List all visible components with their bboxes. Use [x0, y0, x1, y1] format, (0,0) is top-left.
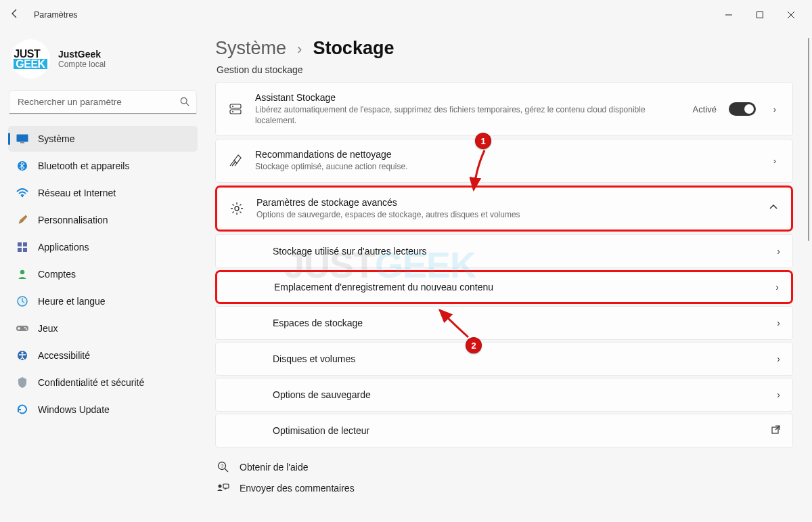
search-input[interactable] — [9, 91, 196, 114]
advanced-storage-card[interactable]: Paramètres de stockage avancés Options d… — [215, 186, 793, 232]
svg-point-20 — [232, 111, 233, 112]
nav-apps[interactable]: Applications — [8, 234, 198, 260]
maximize-button[interactable] — [744, 4, 775, 26]
avatar: JUST GEEK — [11, 39, 50, 79]
svg-rect-6 — [18, 242, 22, 246]
broom-icon — [228, 154, 243, 167]
nav-time-language[interactable]: Heure et langue — [8, 288, 198, 314]
nav-label: Réseau et Internet — [38, 188, 116, 198]
nav-label: Applications — [38, 242, 89, 253]
sub-disks-volumes[interactable]: Disques et volumes › — [215, 342, 793, 376]
chevron-right-icon: › — [777, 318, 780, 328]
sub-drive-optimization[interactable]: Optimisation de lecteur — [215, 414, 793, 448]
svg-point-16 — [21, 351, 23, 353]
nav-list: Système Bluetooth et appareils Réseau et… — [8, 126, 198, 422]
svg-rect-7 — [23, 242, 27, 246]
svg-point-19 — [232, 106, 233, 107]
storage-icon — [228, 102, 243, 116]
settings-window: Paramètres JUST GEEK — [0, 0, 812, 522]
sidebar: JUST GEEK JustGeek Compte local — [0, 30, 203, 522]
nav-label: Accessibilité — [38, 350, 90, 361]
clock-globe-icon — [16, 295, 28, 307]
svg-point-14 — [26, 328, 27, 330]
nav-personalization[interactable]: Personnalisation — [8, 207, 198, 233]
svg-rect-2 — [17, 135, 28, 142]
svg-text:?: ? — [221, 463, 224, 469]
back-button[interactable] — [5, 8, 24, 22]
chevron-right-icon: › — [777, 389, 780, 400]
nav-accessibility[interactable]: Accessibilité — [8, 343, 198, 368]
sub-backup-options[interactable]: Options de sauvegarde › — [215, 378, 793, 412]
search-icon — [180, 97, 189, 108]
titlebar: Paramètres — [0, 0, 812, 30]
subrow-label: Espaces de stockage — [273, 318, 363, 328]
nav-label: Windows Update — [38, 404, 110, 415]
link-label: Envoyer des commentaires — [240, 483, 355, 494]
gear-icon — [229, 202, 244, 215]
svg-rect-9 — [23, 248, 27, 252]
chevron-right-icon: › — [777, 353, 780, 364]
minimize-button[interactable] — [713, 4, 744, 26]
breadcrumb-parent[interactable]: Système — [215, 38, 286, 59]
svg-rect-8 — [18, 248, 22, 252]
nav-label: Jeux — [38, 323, 58, 334]
paintbrush-icon — [16, 214, 28, 226]
update-icon — [16, 404, 28, 416]
svg-point-10 — [20, 270, 24, 274]
svg-point-21 — [235, 206, 239, 211]
chevron-right-icon[interactable]: › — [768, 104, 782, 114]
chevron-right-icon[interactable]: › — [768, 156, 782, 166]
chevron-right-icon: › — [297, 41, 302, 58]
card-title: Recommandations de nettoyage — [255, 149, 756, 160]
storage-sense-card[interactable]: Assistant Stockage Libérez automatiqueme… — [215, 82, 793, 136]
card-title: Paramètres de stockage avancés — [256, 197, 754, 208]
nav-bluetooth[interactable]: Bluetooth et appareils — [8, 153, 198, 179]
nav-windows-update[interactable]: Windows Update — [8, 397, 198, 422]
main-content: Système › Stockage Gestion du stockage A… — [203, 30, 812, 522]
feedback-link[interactable]: Envoyer des commentaires — [217, 483, 793, 494]
sub-storage-spaces[interactable]: Espaces de stockage › — [215, 306, 793, 340]
nav-label: Comptes — [38, 269, 76, 280]
nav-label: Confidentialité et sécurité — [38, 377, 144, 388]
svg-point-13 — [24, 327, 26, 328]
subrow-label: Options de sauvegarde — [273, 389, 371, 400]
svg-rect-0 — [757, 12, 763, 18]
storage-sense-toggle[interactable] — [729, 102, 756, 116]
feedback-icon — [217, 483, 230, 494]
advanced-subgroup: Stockage utilisé sur d'autres lecteurs ›… — [215, 234, 793, 448]
svg-rect-17 — [230, 104, 241, 108]
svg-point-25 — [219, 484, 222, 487]
account-name: JustGeek — [58, 49, 106, 60]
apps-icon — [16, 241, 28, 253]
gamepad-icon — [16, 322, 28, 334]
subrow-label: Emplacement d'enregistrement du nouveau … — [274, 282, 493, 292]
person-icon — [16, 268, 28, 280]
sub-other-drives[interactable]: Stockage utilisé sur d'autres lecteurs › — [215, 234, 793, 268]
get-help-link[interactable]: ? Obtenir de l'aide — [217, 461, 793, 473]
cleanup-card[interactable]: Recommandations de nettoyage Stockage op… — [215, 139, 793, 182]
account-block[interactable]: JUST GEEK JustGeek Compte local — [8, 32, 198, 88]
chevron-up-icon[interactable] — [767, 202, 780, 214]
svg-point-1 — [181, 97, 187, 104]
close-button[interactable] — [775, 4, 807, 26]
section-heading: Gestion du stockage — [217, 64, 793, 75]
search-box[interactable] — [9, 91, 196, 114]
shield-icon — [16, 376, 28, 389]
toggle-state-label: Activé — [693, 104, 717, 114]
breadcrumb-current: Stockage — [313, 38, 394, 59]
nav-network[interactable]: Réseau et Internet — [8, 180, 198, 206]
nav-privacy[interactable]: Confidentialité et sécurité — [8, 370, 198, 395]
nav-label: Heure et langue — [38, 296, 106, 307]
scrollbar[interactable] — [808, 38, 809, 241]
svg-point-5 — [22, 196, 23, 197]
sub-save-locations[interactable]: Emplacement d'enregistrement du nouveau … — [215, 270, 793, 304]
nav-system[interactable]: Système — [8, 126, 198, 152]
breadcrumb: Système › Stockage — [215, 38, 793, 59]
svg-rect-3 — [20, 142, 24, 144]
card-subtitle: Stockage optimisé, aucune action requise… — [255, 161, 756, 172]
nav-label: Bluetooth et appareils — [38, 160, 129, 171]
account-type: Compte local — [58, 60, 106, 69]
accessibility-icon — [16, 349, 28, 362]
nav-gaming[interactable]: Jeux — [8, 316, 198, 341]
nav-accounts[interactable]: Comptes — [8, 261, 198, 287]
